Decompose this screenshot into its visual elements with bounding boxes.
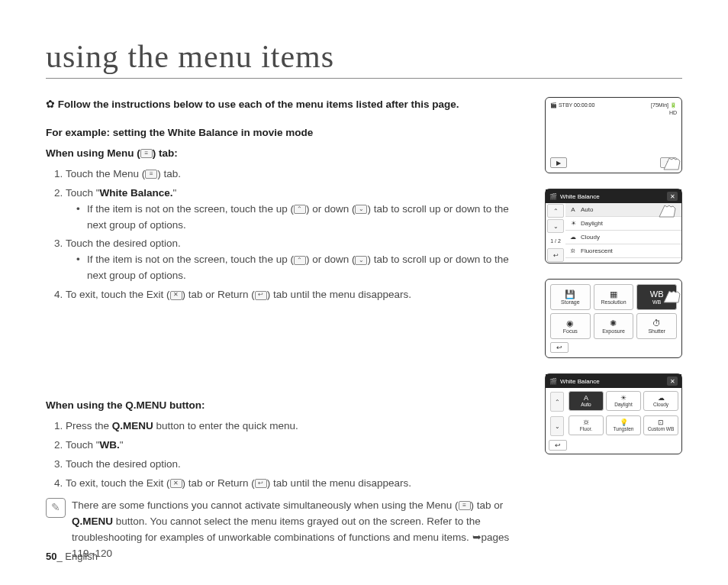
- wb-daylight[interactable]: ☀Daylight: [606, 391, 641, 411]
- down-button[interactable]: ⌄: [550, 416, 564, 436]
- q-step-1: Press the Q.MENU button to enter the qui…: [66, 419, 530, 435]
- q-step-2: Touch "WB.": [66, 438, 530, 454]
- rec-mode-icon: 🎬 STBY 00:00:00: [550, 102, 594, 108]
- note-icon: ✎: [46, 498, 66, 518]
- menu-steps: Touch the Menu (≡) tab. Touch "White Bal…: [46, 166, 530, 303]
- q-step-4: To exit, touch the Exit (✕) tab or Retur…: [66, 476, 530, 492]
- step-4: To exit, touch the Exit (✕) tab or Retur…: [66, 287, 530, 303]
- menu-tab-heading: When using Menu (≡) tab:: [46, 146, 530, 162]
- wb-custom[interactable]: ⊡Custom WB: [643, 415, 678, 435]
- page-indicator: 1 / 2: [546, 234, 565, 247]
- close-button[interactable]: ✕: [667, 192, 678, 201]
- qmenu-exposure[interactable]: ✺Exposure: [594, 313, 634, 339]
- note-block: ✎ There are some functions you cannot ac…: [46, 498, 530, 562]
- camera-screen-wb-list: 🎬 White Balance ✕ ⌃ ⌄ 1 / 2 ↩ AAuto ☀Day…: [545, 189, 682, 263]
- pointer-hand-icon: [660, 289, 683, 304]
- close-button[interactable]: ✕: [667, 377, 678, 386]
- pointer-hand-icon: [656, 203, 678, 218]
- qmenu-shutter[interactable]: ⏱Shutter: [636, 313, 677, 339]
- menu-icon: ≡: [459, 501, 471, 510]
- return-button[interactable]: ↩: [549, 440, 567, 451]
- page-footer: 50_ English: [46, 551, 98, 562]
- qmenu-steps: Press the Q.MENU button to enter the qui…: [46, 419, 530, 492]
- down-button[interactable]: ⌄: [547, 219, 564, 233]
- wb-title: White Balance: [560, 193, 600, 200]
- return-button[interactable]: ↩: [547, 248, 564, 262]
- camera-screen-standby: 🎬 STBY 00:00:00 [75Min] 🔋 HD ▶ ≡: [545, 97, 682, 173]
- step-2: Touch "White Balance." If the item is no…: [66, 186, 530, 234]
- q-step-3: Touch the desired option.: [66, 457, 530, 473]
- hd-badge: HD: [550, 110, 677, 115]
- wb-auto[interactable]: AAuto: [569, 391, 604, 411]
- menu-icon: ≡: [140, 149, 153, 158]
- example-heading: For example: setting the White Balance i…: [46, 125, 530, 141]
- wb-tungsten[interactable]: 💡Tungsten: [606, 415, 641, 435]
- qmenu-storage[interactable]: 💾Storage: [550, 284, 591, 310]
- page-title: using the menu items: [46, 38, 682, 79]
- wb-fluor[interactable]: ⛭Fluor.: [569, 415, 604, 435]
- down-icon: ⌄: [355, 205, 367, 214]
- return-icon: ↩: [255, 291, 267, 300]
- camcorder-icon: 🎬: [549, 193, 557, 200]
- wb-title: White Balance: [560, 378, 600, 385]
- up-button[interactable]: ⌃: [550, 392, 564, 412]
- return-icon: ↩: [255, 479, 267, 488]
- up-icon: ⌃: [294, 256, 306, 265]
- qmenu-focus[interactable]: ◉Focus: [550, 313, 591, 339]
- wb-option-daylight[interactable]: ☀Daylight: [565, 217, 681, 231]
- return-button[interactable]: ↩: [550, 342, 569, 353]
- step-3: Touch the desired option. If the item is…: [66, 236, 530, 284]
- wb-option-cloudy[interactable]: ☁Cloudy: [565, 231, 681, 244]
- step-1: Touch the Menu (≡) tab.: [66, 166, 530, 183]
- up-button[interactable]: ⌃: [547, 204, 564, 218]
- wb-cloudy[interactable]: ☁Cloudy: [643, 391, 678, 411]
- wb-option-fluorescent[interactable]: ⛭Fluorescent: [565, 244, 681, 258]
- qmenu-heading: When using the Q.MENU button:: [46, 398, 530, 414]
- gear-icon: ✿: [46, 99, 55, 110]
- camcorder-icon: 🎬: [549, 378, 557, 385]
- play-button[interactable]: ▶: [550, 157, 567, 168]
- pointer-hand-icon: [660, 156, 683, 171]
- exit-icon: ✕: [170, 479, 182, 488]
- body-text: ✿ Follow the instructions below to use e…: [46, 97, 530, 561]
- camera-screen-wb-grid: 🎬 White Balance ✕ ⌃ ⌄ AAuto ☀Daylight ☁C…: [545, 373, 682, 454]
- qmenu-resolution[interactable]: ▦Resolution: [594, 284, 634, 310]
- exit-icon: ✕: [170, 291, 182, 300]
- up-icon: ⌃: [294, 205, 306, 214]
- intro-text: Follow the instructions below to use eac…: [58, 99, 459, 110]
- menu-icon: ≡: [145, 170, 157, 179]
- camera-screen-qmenu: 💾Storage ▦Resolution WBWB ◉Focus ✺Exposu…: [545, 279, 682, 358]
- down-icon: ⌄: [355, 256, 367, 265]
